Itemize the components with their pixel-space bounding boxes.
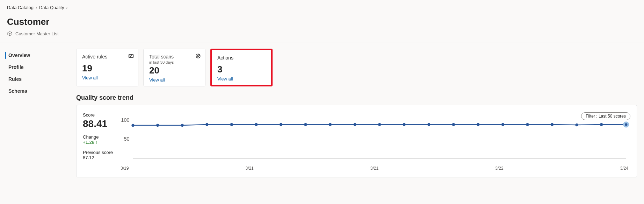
card-value: 20 bbox=[149, 65, 200, 76]
card-active-rules: Active rules 19 View all bbox=[76, 49, 138, 86]
svg-point-21 bbox=[551, 123, 554, 126]
x-tick-label: 3/24 bbox=[620, 166, 628, 171]
svg-point-13 bbox=[353, 123, 356, 126]
chart-area: Filter : Last 50 scores 10050 3/193/213/… bbox=[118, 112, 630, 171]
view-all-link[interactable]: View all bbox=[149, 77, 200, 83]
svg-point-16 bbox=[427, 123, 430, 126]
svg-point-20 bbox=[526, 123, 529, 126]
svg-point-17 bbox=[452, 123, 455, 126]
trend-summary: Score 88.41 Change +1.28 ↑ Previous scor… bbox=[83, 112, 114, 171]
cube-icon bbox=[7, 31, 13, 36]
x-axis-labels: 3/193/213/213/223/24 bbox=[118, 166, 630, 171]
svg-point-18 bbox=[477, 123, 480, 126]
card-actions: Actions 3 View all bbox=[210, 49, 273, 86]
svg-text:100: 100 bbox=[121, 117, 129, 123]
card-total-scans: Total scans in last 30 days 20 View all bbox=[143, 49, 205, 86]
score-label: Score bbox=[83, 112, 114, 118]
section-title-trend: Quality score trend bbox=[76, 94, 637, 101]
side-nav: Overview Profile Rules Schema bbox=[0, 42, 70, 97]
svg-point-7 bbox=[205, 123, 209, 126]
x-tick-label: 3/22 bbox=[495, 166, 503, 171]
summary-cards-row: Active rules 19 View all Total scans in … bbox=[76, 49, 637, 86]
card-value: 19 bbox=[82, 63, 132, 74]
svg-point-5 bbox=[156, 124, 159, 127]
breadcrumb-link-quality[interactable]: Data Quality bbox=[39, 5, 64, 10]
line-chart: 10050 bbox=[118, 112, 630, 164]
svg-point-14 bbox=[378, 123, 381, 126]
view-all-link[interactable]: View all bbox=[82, 75, 132, 80]
scan-aperture-icon bbox=[195, 53, 201, 60]
card-title: Active rules bbox=[82, 54, 132, 59]
page-subtitle-row: Customer Master List bbox=[7, 31, 637, 36]
chevron-right-icon: › bbox=[66, 5, 67, 10]
svg-point-10 bbox=[280, 123, 283, 126]
card-subtitle: in last 30 days bbox=[149, 60, 200, 64]
breadcrumb-link-catalog[interactable]: Data Catalog bbox=[7, 5, 34, 10]
score-value: 88.41 bbox=[83, 118, 114, 129]
body-region: Overview Profile Rules Schema Active rul… bbox=[0, 42, 644, 184]
chevron-right-icon: › bbox=[36, 5, 37, 10]
x-tick-label: 3/21 bbox=[370, 166, 378, 171]
header-region: Data Catalog › Data Quality › Customer C… bbox=[0, 0, 644, 42]
svg-point-9 bbox=[255, 123, 258, 126]
main-column: Active rules 19 View all Total scans in … bbox=[70, 42, 644, 184]
card-title: Actions bbox=[217, 55, 266, 61]
svg-point-15 bbox=[403, 123, 406, 126]
svg-point-19 bbox=[501, 123, 505, 126]
card-title: Total scans bbox=[149, 54, 200, 59]
page-subtitle: Customer Master List bbox=[15, 31, 59, 36]
svg-point-23 bbox=[600, 123, 603, 126]
x-tick-label: 3/21 bbox=[245, 166, 253, 171]
nav-item-overview[interactable]: Overview bbox=[0, 49, 70, 61]
filter-pill[interactable]: Filter : Last 50 scores bbox=[581, 112, 630, 120]
nav-item-rules[interactable]: Rules bbox=[0, 73, 70, 85]
x-tick-label: 3/19 bbox=[121, 166, 129, 171]
breadcrumb: Data Catalog › Data Quality › bbox=[7, 5, 637, 10]
prev-score-value: 87.12 bbox=[83, 155, 114, 160]
svg-point-11 bbox=[304, 123, 307, 126]
svg-point-4 bbox=[131, 124, 135, 127]
page-title: Customer bbox=[7, 16, 637, 27]
svg-point-1 bbox=[196, 54, 200, 58]
nav-item-schema[interactable]: Schema bbox=[0, 85, 70, 97]
rules-activity-icon bbox=[128, 53, 134, 60]
nav-item-profile[interactable]: Profile bbox=[0, 61, 70, 73]
change-value: +1.28 ↑ bbox=[83, 140, 114, 145]
svg-point-12 bbox=[329, 123, 332, 126]
card-value: 3 bbox=[217, 64, 266, 75]
trend-panel: Score 88.41 Change +1.28 ↑ Previous scor… bbox=[76, 105, 637, 177]
prev-score-label: Previous score bbox=[83, 150, 114, 155]
svg-point-22 bbox=[575, 124, 578, 127]
change-label: Change bbox=[83, 134, 114, 140]
view-all-link[interactable]: View all bbox=[217, 76, 266, 82]
svg-point-24 bbox=[624, 122, 628, 127]
svg-point-8 bbox=[230, 123, 233, 126]
svg-text:50: 50 bbox=[124, 136, 129, 142]
svg-point-6 bbox=[181, 124, 184, 127]
